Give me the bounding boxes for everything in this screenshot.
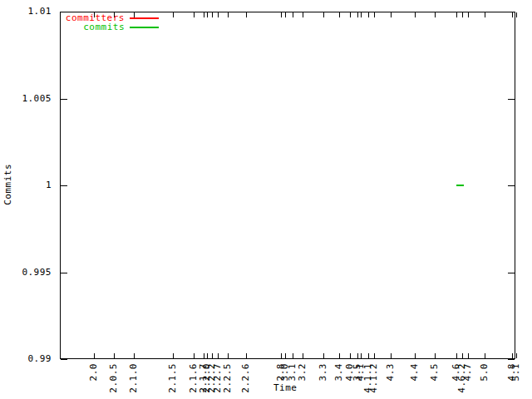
x-tick-mark-top [468,12,469,17]
x-tick-mark-top [368,12,369,17]
x-tick-mark-bottom [204,353,204,358]
x-tick-mark-bottom [285,353,286,358]
x-tick-mark-bottom [485,353,485,358]
x-tick-label: 4.1.2 [368,363,379,393]
y-tick-mark-left [61,359,67,360]
chart-canvas: 0.990.99511.0051.012.02.0.52.1.02.1.52.1… [0,0,532,399]
x-tick-mark-bottom [323,353,324,358]
x-tick-mark-bottom [374,353,375,358]
x-tick-label: 2.0 [88,363,99,381]
x-tick-mark-top [303,12,303,17]
x-tick-mark-top [228,12,229,17]
y-tick-mark-right [508,99,515,100]
x-tick-mark-top [415,12,416,17]
x-tick-mark-top [207,12,208,17]
y-tick-label: 1.005 [0,94,52,104]
x-tick-mark-top [173,12,174,17]
x-tick-mark-bottom [462,353,463,358]
legend-line-commits [130,27,159,28]
x-tick-mark-top [435,12,436,17]
y-tick-label: 1.01 [0,7,52,17]
x-tick-mark-bottom [228,353,229,358]
x-tick-mark-bottom [435,353,436,358]
x-tick-label: 4.5 [429,363,440,381]
x-tick-label: 3.3 [318,363,328,381]
y-tick-mark-right [508,273,515,273]
x-tick-mark-top [512,12,513,17]
y-axis-title: Commits [2,164,13,205]
x-tick-mark-top [357,12,358,17]
x-tick-mark-bottom [212,353,213,358]
x-tick-label: 2.1.5 [167,363,178,393]
x-tick-mark-bottom [194,353,195,358]
x-tick-mark-top [194,12,195,17]
x-tick-mark-top [285,12,286,17]
x-tick-mark-bottom [512,353,513,358]
x-tick-label: 2.2.6 [240,363,251,393]
x-tick-mark-bottom [246,353,247,358]
y-tick-mark-right [508,12,515,12]
y-tick-mark-left [61,99,67,100]
x-tick-mark-top [361,12,362,17]
x-tick-mark-top [218,12,219,17]
x-tick-label: 4.4 [409,363,420,381]
x-tick-label: 3.4 [333,363,344,381]
x-tick-mark-bottom [361,353,362,358]
x-tick-label: 3.2 [297,363,308,381]
y-tick-mark-left [61,273,67,273]
x-tick-mark-top [204,12,204,17]
x-tick-label: 4.7 [462,363,473,381]
x-tick-mark-top [281,12,282,17]
x-tick-label: 4.3 [385,363,396,381]
x-tick-mark-bottom [303,353,303,358]
x-tick-mark-bottom [516,353,517,358]
plot-border [60,12,515,359]
x-tick-mark-bottom [114,353,115,358]
x-tick-mark-bottom [339,353,340,358]
legend-label-commits: commits [60,22,125,32]
x-tick-label: 5.0 [479,363,490,381]
y-tick-mark-left [61,185,67,186]
x-tick-mark-top [485,12,485,17]
x-tick-mark-bottom [415,353,416,358]
x-tick-mark-bottom [94,353,95,358]
x-tick-label: 2.1.0 [128,363,139,393]
x-tick-mark-bottom [207,353,208,358]
y-tick-label: 0.99 [0,354,52,364]
x-tick-mark-bottom [357,353,358,358]
x-tick-mark-top [462,12,463,17]
x-tick-label: 2.2.5 [222,363,233,393]
x-tick-mark-top [293,12,293,17]
x-tick-mark-top [516,12,517,17]
x-tick-mark-top [391,12,392,17]
x-tick-mark-bottom [350,353,351,358]
y-tick-label: 0.995 [0,268,52,278]
y-tick-mark-right [508,185,515,186]
x-tick-mark-bottom [281,353,282,358]
series-commits-segment [456,185,464,186]
x-tick-mark-top [350,12,351,17]
x-tick-label: 2.0.5 [108,363,119,393]
x-tick-mark-bottom [293,353,293,358]
x-tick-mark-bottom [173,353,174,358]
x-tick-mark-bottom [368,353,369,358]
y-tick-mark-right [508,359,515,360]
legend-line-committers [130,17,159,19]
x-tick-mark-bottom [218,353,219,358]
x-tick-mark-bottom [456,353,457,358]
x-tick-mark-bottom [391,353,392,358]
x-tick-mark-top [339,12,340,17]
x-tick-mark-top [456,12,457,17]
x-tick-mark-top [323,12,324,17]
x-axis-title: Time [273,383,298,393]
x-tick-mark-bottom [134,353,135,358]
x-tick-mark-top [374,12,375,17]
x-tick-mark-top [246,12,247,17]
x-tick-mark-top [212,12,213,17]
x-tick-label: 5.1 [510,363,521,381]
x-tick-mark-bottom [468,353,469,358]
